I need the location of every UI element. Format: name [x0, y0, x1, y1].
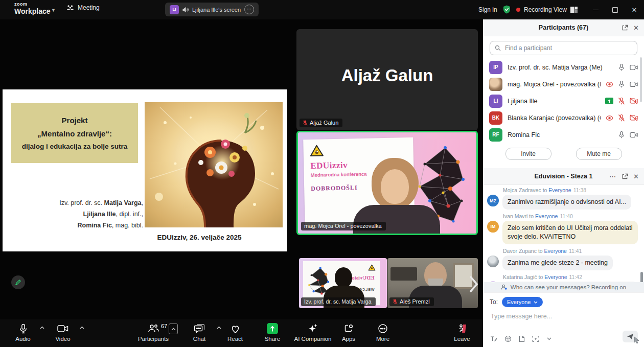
participant-row[interactable]: BK Blanka Karanjac (povezovalka) (Co-hos…: [483, 109, 644, 126]
privacy-notice-text: Who can see your messages? Recording on: [511, 284, 626, 290]
mouse-cursor: [634, 336, 640, 344]
message-bubble: Zanimivo razmišljanje o odvisnosti od AI…: [502, 195, 631, 210]
timestamp: 11:38: [573, 187, 587, 193]
leave-label: Leave: [454, 336, 470, 342]
tile-name-chip: Izv. prof. dr. sc. Matija Varga: [301, 297, 376, 306]
popout-icon[interactable]: [622, 173, 628, 180]
restore-button[interactable]: [606, 0, 624, 19]
participants-options-chevron[interactable]: [169, 323, 178, 334]
attach-file-icon[interactable]: [519, 335, 525, 342]
privacy-notice[interactable]: Who can see your messages? Recording on: [483, 282, 644, 292]
tile-name-chip: Aljaž Galun: [300, 119, 342, 127]
participants-scrollbar[interactable]: [640, 57, 642, 102]
audience: Everyone: [535, 213, 558, 219]
ai-companion-icon: [308, 323, 318, 334]
share-button[interactable]: Share: [258, 323, 287, 342]
logo-workplace: Workplace: [14, 8, 51, 15]
react-button[interactable]: React: [221, 323, 249, 342]
tab-meeting[interactable]: Meeting: [66, 4, 100, 11]
more-button[interactable]: More: [369, 323, 397, 342]
right-side-panel: Participants (67) ✕ IP Izv. prof. dr. sc…: [483, 19, 644, 347]
mic-off-icon: [618, 114, 625, 122]
mic-icon: [618, 63, 625, 71]
more-options-icon[interactable]: ⋯: [609, 173, 616, 180]
sender-name: Katarina Jagič: [503, 274, 537, 280]
emoji-icon[interactable]: [504, 335, 512, 342]
video-button[interactable]: Video: [48, 323, 78, 342]
format-text-icon[interactable]: [490, 335, 497, 342]
eduvision-logo-icon: [368, 264, 376, 271]
participants-icon: 67: [148, 323, 159, 334]
mute-me-button[interactable]: Mute me: [576, 148, 622, 160]
meeting-people-icon: [66, 5, 74, 11]
recording-indicator[interactable]: Recording: [516, 6, 552, 13]
recipient-value: Everyone: [507, 299, 531, 305]
chat-button[interactable]: Chat: [185, 323, 214, 342]
audio-options-chevron[interactable]: [40, 326, 44, 329]
video-tile-aljaz-galun[interactable]: Aljaž Galun Aljaž Galun: [296, 29, 478, 130]
gallery-next-arrow[interactable]: [468, 275, 479, 293]
slide-title-line3: dijalog i edukacija za bolje sutra: [22, 143, 127, 150]
avatar: RF: [489, 128, 502, 142]
participant-row[interactable]: LI Ljiljana Ille: [483, 92, 644, 109]
leave-button[interactable]: Leave: [448, 323, 476, 342]
minimize-button[interactable]: [587, 0, 604, 19]
chevron-down-icon[interactable]: ▼: [51, 8, 56, 13]
participant-row[interactable]: mag. Mojca Orel - povezovalka (Host): [483, 76, 644, 92]
meeting-toolbar: Audio Video 67 Participants Chat: [0, 319, 483, 347]
mic-icon: [19, 323, 28, 334]
slide-footer: EDUizziv, 26. veljače 2025: [146, 234, 253, 241]
video-label: Video: [55, 336, 70, 342]
participant-row[interactable]: IP Izv. prof. dr. sc. Matija Varga (Me): [483, 59, 644, 76]
more-icon: [378, 323, 388, 334]
annotate-button[interactable]: [11, 275, 25, 289]
timestamp: 11:40: [560, 213, 573, 219]
invite-button[interactable]: Invite: [505, 148, 551, 160]
shared-screen-pill[interactable]: LI Ljiljana Ille's screen ⋯: [165, 3, 259, 16]
video-tile-matija-varga[interactable]: EDUvision WELCOME Izv. prof. dr. sc. Mat…: [299, 258, 387, 308]
author-line: Izv. prof. dr. sc. Matija Varga,: [18, 198, 143, 209]
slide-title-box: Projekt „Mentalno zdravlje“: dijalog i e…: [11, 103, 138, 163]
logo-zoom: zoom: [14, 2, 51, 7]
video-options-chevron[interactable]: [80, 326, 84, 329]
close-icon[interactable]: ✕: [633, 24, 639, 32]
message-bubble: Zanima me glede steze 2 - meeting: [502, 256, 613, 270]
presentation-slide: Projekt „Mentalno zdravlje“: dijalog i e…: [3, 89, 287, 251]
screenshot-icon[interactable]: [532, 335, 540, 342]
participants-title: Participants (67): [483, 24, 644, 31]
brand-title-mirrored: EDUvision: [349, 274, 375, 281]
tile-name-label: Aleš Premzl: [400, 298, 430, 305]
video-tile-mojca-orel-active-speaker[interactable]: EDUizziv Mednarodna konferenca DOBRODOŠL…: [296, 131, 478, 235]
participant-name: Romina Fic: [508, 131, 613, 138]
chat-scrollbar[interactable]: [640, 272, 643, 282]
close-icon[interactable]: ✕: [633, 173, 639, 180]
author-line: Ljiljana Ille, dipl. inf.,: [18, 209, 143, 220]
participant-name: Izv. prof. dr. sc. Matija Varga (Me): [508, 64, 613, 71]
chat-message-list[interactable]: Mojca Zadravec to Everyone11:38 MZ Zanim…: [483, 185, 644, 282]
tile-display-name: Aljaž Galun: [296, 66, 478, 85]
more-options-icon[interactable]: ⋯: [244, 5, 254, 14]
sign-in-button[interactable]: Sign in: [478, 6, 497, 13]
speaker-audio-icon: [182, 7, 189, 13]
security-shield-icon[interactable]: [502, 5, 512, 14]
video-tile-ales-premzl[interactable]: Aleš Premzl: [387, 258, 478, 308]
slide-title-line2: „Mentalno zdravlje“:: [37, 129, 112, 138]
popout-icon[interactable]: [622, 25, 628, 31]
participant-row[interactable]: RF Romina Fic: [483, 126, 644, 143]
apps-button[interactable]: Apps: [335, 323, 362, 342]
view-button[interactable]: View: [554, 6, 578, 13]
message-input[interactable]: [490, 312, 639, 320]
ai-companion-button[interactable]: AI Companion: [291, 323, 334, 342]
chevron-down-icon[interactable]: [547, 337, 551, 340]
audience: Everyone: [548, 187, 571, 193]
timestamp: 11:41: [569, 248, 582, 254]
message-bubble: Zelo sem kritičen do UI Učitelj mora odd…: [502, 221, 638, 244]
audio-button[interactable]: Audio: [8, 323, 38, 342]
camera-icon: [630, 132, 638, 138]
close-button[interactable]: ✕: [626, 0, 643, 19]
audio-label: Audio: [15, 336, 30, 342]
recipient-selector[interactable]: Everyone: [502, 297, 542, 307]
avatar: LI: [489, 95, 502, 108]
search-input[interactable]: [504, 44, 632, 52]
avatar-photo: [487, 256, 499, 267]
